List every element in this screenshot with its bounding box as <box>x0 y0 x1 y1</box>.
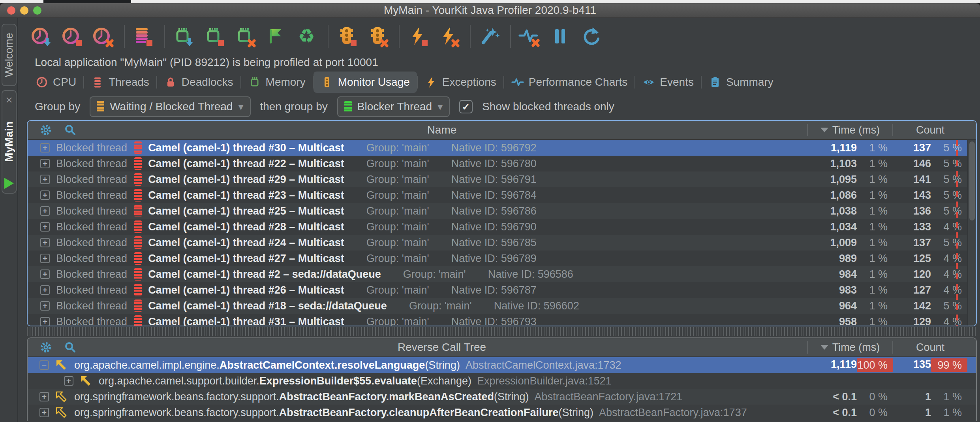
search-button[interactable] <box>64 341 77 354</box>
table-row[interactable]: + Blocked thread Camel (camel-1) thread … <box>28 235 976 251</box>
expand-icon[interactable]: + <box>40 222 50 232</box>
time-value: 964 <box>809 300 857 312</box>
tab-deadlocks[interactable]: Deadlocks <box>157 72 240 93</box>
method-package: org.apache.camel.impl.engine. <box>74 359 220 371</box>
time-column-header[interactable]: Time (ms) <box>808 341 892 354</box>
table-row[interactable]: + Blocked thread Camel (camel-1) thread … <box>28 156 976 171</box>
expand-icon[interactable]: + <box>39 408 49 417</box>
group-by-dropdown[interactable]: Waiting / Blocked Thread ▾ <box>90 96 250 117</box>
count-percent: 4 % <box>931 252 967 265</box>
expand-icon[interactable]: + <box>40 190 50 200</box>
monitor-stop-button[interactable] <box>335 24 359 48</box>
count-percent: 5 % <box>931 158 967 170</box>
table-row[interactable]: + Blocked thread Camel (camel-1) thread … <box>28 314 976 326</box>
expand-icon[interactable]: + <box>64 376 73 386</box>
refresh-button[interactable] <box>579 24 603 48</box>
call-tree-row[interactable]: + org.apache.camel.support.builder.Expre… <box>28 373 976 389</box>
set-mark-flag-button[interactable] <box>264 24 287 48</box>
source-location: ExpressionBuilder.java:1521 <box>477 375 612 387</box>
exceptions-stop-button[interactable] <box>406 24 430 48</box>
method-args: (String) <box>558 407 593 419</box>
tab-cpu[interactable]: CPU <box>28 72 83 93</box>
monitor-table-rows: + Blocked thread Camel (camel-1) thread … <box>28 140 976 326</box>
expand-icon[interactable]: + <box>40 301 50 311</box>
memory-stop-button[interactable] <box>202 24 226 48</box>
zoom-window-button[interactable] <box>33 6 41 15</box>
cpu-clear-button[interactable] <box>91 24 115 48</box>
blocked-thread-label: Blocked thread <box>56 142 127 154</box>
pause-button[interactable] <box>548 24 572 48</box>
chevron-down-icon: ▾ <box>437 101 443 113</box>
expand-icon[interactable]: + <box>40 269 50 279</box>
memory-start-button[interactable] <box>171 24 195 48</box>
cpu-stop-button[interactable] <box>60 24 84 48</box>
table-row[interactable]: + Blocked thread Camel (camel-1) thread … <box>28 251 976 266</box>
tab-monitor-usage[interactable]: Monitor Usage <box>314 72 417 93</box>
time-column-header[interactable]: Time (ms) <box>808 124 892 136</box>
count-column-header[interactable]: Count <box>893 124 967 136</box>
time-percent: 1 % <box>857 158 893 170</box>
expand-icon[interactable]: + <box>40 159 50 168</box>
sidebar-tab-welcome[interactable]: Welcome <box>2 24 17 86</box>
tab-threads[interactable]: Threads <box>84 72 156 93</box>
table-row[interactable]: + Blocked thread Camel (camel-1) thread … <box>28 140 976 156</box>
settings-gear-button[interactable] <box>39 341 52 354</box>
thread-name: Camel (camel-1) thread #27 – Multicast <box>148 252 344 265</box>
table-row[interactable]: + Blocked thread Camel (camel-1) thread … <box>28 187 976 203</box>
tab-summary[interactable]: Summary <box>702 72 781 93</box>
expand-icon[interactable]: + <box>39 392 49 401</box>
scrollbar-thumb[interactable] <box>969 141 975 220</box>
inspections-button[interactable] <box>477 24 501 48</box>
tab-exceptions[interactable]: Exceptions <box>418 72 503 93</box>
table-row[interactable]: + Blocked thread Camel (camel-1) thread … <box>28 203 976 219</box>
threads-stop-button[interactable] <box>131 24 155 48</box>
recycle-icon: ♻ <box>298 25 315 47</box>
sidebar-tab-mymain[interactable]: × MyMain <box>2 90 17 194</box>
call-tree-row[interactable]: + org.springframework.beans.factory.supp… <box>28 389 976 405</box>
call-tree-rows: − org.apache.camel.impl.engine.AbstractC… <box>28 357 976 421</box>
tab-events[interactable]: Events <box>635 72 701 93</box>
table-row[interactable]: + Blocked thread Camel (camel-1) thread … <box>28 298 976 314</box>
then-group-by-dropdown[interactable]: Blocker Thread ▾ <box>337 96 450 117</box>
tab-performance-charts[interactable]: Performance Charts <box>504 72 635 93</box>
thread-group: Group: 'main' <box>366 173 429 186</box>
exceptions-clear-button[interactable] <box>437 24 460 48</box>
cpu-start-button[interactable] <box>29 24 53 48</box>
close-session-icon[interactable]: × <box>6 95 13 105</box>
time-percent: 100 % <box>857 358 893 372</box>
table-row[interactable]: + Blocked thread Camel (camel-1) thread … <box>28 219 976 235</box>
call-tree-row[interactable]: − org.apache.camel.impl.engine.AbstractC… <box>28 357 976 373</box>
expand-icon[interactable]: + <box>40 254 50 263</box>
table-row[interactable]: + Blocked thread Camel (camel-1) thread … <box>28 282 976 298</box>
close-window-button[interactable] <box>7 6 15 15</box>
blocked-thread-label: Blocked thread <box>56 158 127 170</box>
count-value: 146 <box>893 158 931 170</box>
count-value: 142 <box>893 300 931 312</box>
name-column-header[interactable]: Name <box>77 124 807 136</box>
expand-icon[interactable]: + <box>40 317 50 326</box>
reverse-call-tree-panel: Reverse Call Tree Time (ms) Count − <box>27 337 977 421</box>
expand-icon[interactable]: + <box>40 143 50 153</box>
minimize-window-button[interactable] <box>20 6 28 15</box>
expand-icon[interactable]: + <box>40 175 50 184</box>
source-location: AbstractBeanFactory.java:1721 <box>534 391 682 403</box>
tab-memory[interactable]: Memory <box>241 72 313 93</box>
force-gc-button[interactable]: ♻ <box>295 24 318 48</box>
expand-icon[interactable]: + <box>40 206 50 216</box>
thread-name: Camel (camel-1) thread #22 – Multicast <box>148 158 344 170</box>
expand-icon[interactable]: + <box>40 285 50 295</box>
call-tree-row[interactable]: + org.springframework.beans.factory.supp… <box>28 405 976 420</box>
table-row[interactable]: + Blocked thread Camel (camel-1) thread … <box>28 171 976 187</box>
telemetry-clear-button[interactable] <box>517 24 541 48</box>
memory-clear-button[interactable] <box>233 24 257 48</box>
monitor-clear-button[interactable] <box>366 24 389 48</box>
count-column-header[interactable]: Count <box>893 341 967 354</box>
vertical-scrollbar[interactable] <box>967 140 976 326</box>
show-blocked-checkbox[interactable]: ✓ <box>459 100 473 113</box>
expand-icon[interactable]: − <box>39 360 49 370</box>
search-button[interactable] <box>64 124 77 136</box>
horizontal-scrollbar-splitter[interactable] <box>27 327 977 336</box>
settings-gear-button[interactable] <box>39 124 52 136</box>
expand-icon[interactable]: + <box>40 238 50 247</box>
table-row[interactable]: + Blocked thread Camel (camel-1) thread … <box>28 266 976 282</box>
